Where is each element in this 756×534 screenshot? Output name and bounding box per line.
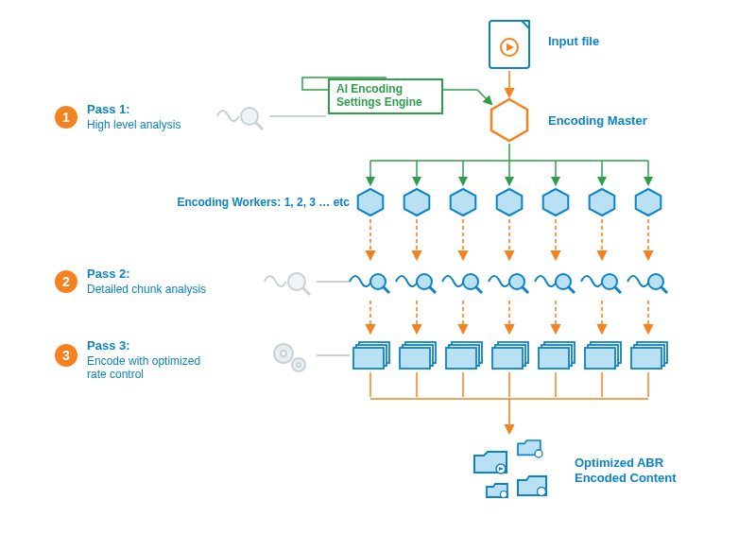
input-file-label: Input file — [548, 34, 599, 48]
svg-line-24 — [522, 286, 528, 293]
worker-hexagon — [404, 189, 430, 215]
output-folders: Optimized ABR Encoded Content — [474, 440, 677, 498]
analysis-icon — [442, 274, 482, 293]
svg-rect-54 — [539, 348, 569, 369]
svg-text:Pass 1:: Pass 1: — [87, 102, 130, 116]
worker-hexagon — [590, 189, 615, 215]
svg-text:Detailed chunk analysis: Detailed chunk analysis — [87, 283, 206, 296]
svg-text:rate control: rate control — [87, 368, 144, 381]
svg-text:Encoding Master: Encoding Master — [548, 113, 647, 128]
svg-line-26 — [568, 286, 575, 293]
svg-line-22 — [475, 286, 482, 293]
svg-rect-60 — [631, 348, 662, 369]
encode-stack — [539, 342, 575, 369]
svg-line-8 — [255, 122, 263, 129]
svg-line-30 — [661, 286, 667, 293]
analysis-icon — [489, 274, 528, 293]
svg-point-37 — [281, 351, 286, 356]
analysis-icon — [535, 274, 575, 293]
gears-icon — [274, 344, 305, 371]
encode-stack — [585, 342, 621, 369]
svg-text:Encoded Content: Encoded Content — [575, 471, 677, 485]
svg-line-28 — [614, 286, 621, 293]
svg-text:Optimized ABR: Optimized ABR — [575, 456, 664, 470]
ai-engine-l1: AI Encoding — [336, 82, 403, 95]
magnify-grey-icon — [217, 108, 263, 129]
pass1: 1 Pass 1: High level analysis — [55, 102, 180, 131]
encode-stack — [400, 342, 436, 369]
svg-point-62 — [535, 450, 542, 457]
analysis-icon — [627, 274, 667, 293]
analysis-icon — [396, 274, 436, 293]
svg-rect-0 — [490, 21, 529, 68]
svg-text:High level analysis: High level analysis — [87, 118, 180, 131]
svg-rect-45 — [400, 348, 430, 369]
analysis-icon — [581, 274, 621, 293]
worker-hexagon — [636, 189, 662, 215]
pass3: 3 Pass 3: Encode with optimized rate con… — [55, 338, 200, 381]
ai-engine-box: AI Encoding Settings Engine — [329, 79, 442, 113]
encode-stack — [631, 342, 667, 369]
worker-hexagon — [543, 189, 569, 215]
worker-hexagon — [358, 189, 384, 215]
svg-text:1: 1 — [62, 110, 70, 125]
magnify-grey-icon-2 — [265, 273, 310, 295]
ai-to-master — [442, 90, 491, 104]
encode-stack — [353, 342, 389, 369]
svg-text:Pass 2:: Pass 2: — [87, 267, 130, 281]
svg-rect-51 — [492, 348, 523, 369]
workers-label: Encoding Workers: 1, 2, 3 … etc — [178, 196, 351, 209]
svg-line-16 — [302, 287, 310, 295]
svg-line-20 — [429, 286, 436, 293]
worker-hexagon — [451, 189, 476, 215]
svg-text:Encode with optimized: Encode with optimized — [87, 354, 200, 368]
svg-rect-57 — [585, 348, 615, 369]
input-file: Input file — [490, 21, 599, 68]
svg-point-39 — [297, 363, 301, 367]
analysis-icon — [350, 274, 389, 293]
svg-text:2: 2 — [62, 274, 70, 289]
svg-point-63 — [501, 491, 507, 498]
svg-text:Pass 3:: Pass 3: — [87, 338, 130, 353]
svg-line-18 — [383, 286, 389, 293]
svg-marker-9 — [491, 99, 527, 141]
pass2: 2 Pass 2: Detailed chunk analysis — [55, 267, 206, 296]
svg-point-64 — [538, 488, 546, 496]
svg-rect-42 — [353, 348, 384, 369]
svg-rect-48 — [446, 348, 476, 369]
encoding-master: Encoding Master — [491, 99, 647, 141]
ai-engine-l2: Settings Engine — [336, 95, 422, 109]
svg-text:3: 3 — [62, 348, 70, 363]
worker-hexagon — [497, 189, 523, 215]
encode-stack — [446, 342, 482, 369]
encode-stack — [492, 342, 528, 369]
